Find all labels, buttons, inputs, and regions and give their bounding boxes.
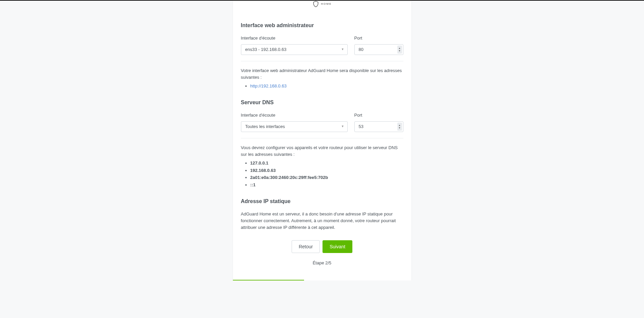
list-item: 127.0.0.1 xyxy=(250,160,403,167)
number-spinner[interactable]: ▲▼ xyxy=(397,46,402,54)
static-ip-title: Adresse IP statique xyxy=(241,197,403,205)
dns-info-text: Vous devrez configurer vos appareils et … xyxy=(241,144,403,158)
divider xyxy=(241,138,403,138)
list-item: 192.168.0.63 xyxy=(250,167,403,174)
address-link[interactable]: http://192.168.0.63 xyxy=(250,83,287,88)
divider xyxy=(241,61,403,61)
back-button[interactable]: Retour xyxy=(292,240,320,253)
shield-icon xyxy=(312,1,319,7)
web-listen-label: Interface d'écoute xyxy=(241,35,348,42)
web-port-input[interactable] xyxy=(354,44,403,55)
progress-bar xyxy=(233,280,411,280)
dns-address-list: 127.0.0.1192.168.0.632a01:e0a:300:2460:2… xyxy=(241,160,403,188)
next-button[interactable]: Suivant xyxy=(323,240,352,253)
dns-port-label: Port xyxy=(354,112,403,119)
list-item: ::1 xyxy=(250,182,403,188)
logo-area: HOME xyxy=(241,1,403,12)
static-ip-text: AdGuard Home est un serveur, il a donc b… xyxy=(241,211,403,231)
web-listen-select[interactable]: ens33 - 192.168.0.63 xyxy=(241,44,348,55)
dns-listen-label: Interface d'écoute xyxy=(241,112,348,119)
setup-card: HOME Interface web administrateur Interf… xyxy=(233,1,411,280)
web-info-text: Votre interface web administrateur AdGua… xyxy=(241,67,403,81)
progress-fill xyxy=(233,280,304,280)
list-item: 2a01:e0a:300:2460:20c:29ff:fee5:702b xyxy=(250,174,403,181)
web-interface-title: Interface web administrateur xyxy=(241,21,403,29)
dns-port-input[interactable] xyxy=(354,121,403,132)
web-address-list: http://192.168.0.63 xyxy=(241,83,403,89)
dns-listen-select[interactable]: Toutes les interfaces xyxy=(241,121,348,132)
step-indicator: Étape 2/5 xyxy=(241,260,403,266)
dns-server-title: Serveur DNS xyxy=(241,99,403,107)
list-item: http://192.168.0.63 xyxy=(250,83,403,89)
logo-home-text: HOME xyxy=(321,3,332,5)
number-spinner[interactable]: ▲▼ xyxy=(397,123,402,131)
web-port-label: Port xyxy=(354,35,403,42)
